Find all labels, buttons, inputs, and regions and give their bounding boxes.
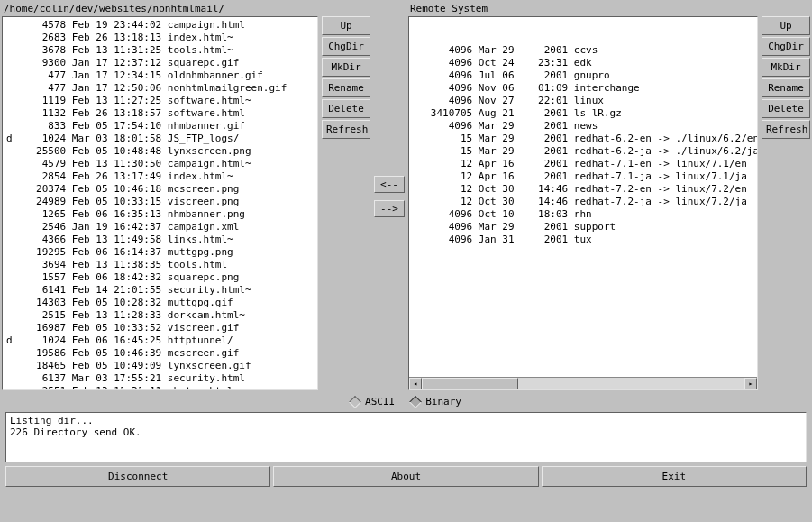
file-row[interactable]: 4579 Feb 13 11:30:50 campaign.html~ [6, 158, 314, 170]
local-rename-button[interactable]: Rename [322, 78, 370, 97]
file-row[interactable]: 477 Jan 17 12:50:06 nonhtmlmailgreen.gif [6, 82, 314, 95]
file-row[interactable]: 4096 Oct 10 18:03 rhn [413, 208, 753, 221]
file-row[interactable]: 2551 Feb 13 11:31:11 photos.html [6, 385, 314, 390]
transfer-left-button[interactable]: <-- [374, 176, 405, 193]
main-panels: /home/colin/dev/websites/nonhtmlmail/ 45… [0, 0, 812, 392]
file-row[interactable]: 833 Feb 05 17:54:10 nhmbanner.gif [6, 120, 314, 133]
file-row[interactable]: 3678 Feb 13 11:31:25 tools.html~ [6, 44, 314, 57]
remote-file-list[interactable]: 4096 Mar 29 2001 ccvs 4096 Oct 24 23:31 … [408, 16, 758, 390]
file-row[interactable]: 4096 Nov 27 22:01 linux [413, 95, 753, 107]
ascii-radio[interactable]: ASCII [351, 396, 395, 408]
file-row[interactable]: 477 Jan 17 12:34:15 oldnhmbanner.gif [6, 69, 314, 82]
file-row[interactable]: 15 Mar 29 2001 redhat-6.2-en -> ./linux/… [413, 133, 753, 145]
local-refresh-button[interactable]: Refresh [322, 120, 370, 139]
binary-label: Binary [425, 396, 461, 408]
about-button[interactable]: About [273, 466, 538, 487]
file-row[interactable]: 4096 Mar 29 2001 news [413, 120, 753, 133]
scroll-left-icon[interactable]: ◂ [409, 378, 422, 389]
file-row[interactable]: 14303 Feb 05 10:28:32 muttgpg.gif [6, 297, 314, 309]
file-row[interactable]: 15 Mar 29 2001 redhat-6.2-ja -> ./linux/… [413, 145, 753, 158]
local-side-buttons: Up ChgDir MkDir Rename Delete Refresh [322, 2, 370, 390]
remote-refresh-button[interactable]: Refresh [762, 120, 810, 139]
file-row[interactable]: 4096 Oct 24 23:31 edk [413, 57, 753, 69]
file-row[interactable]: 25500 Feb 05 10:48:48 lynxscreen.png [6, 145, 314, 158]
remote-delete-button[interactable]: Delete [762, 99, 810, 118]
file-row[interactable]: 1119 Feb 13 11:27:25 software.html~ [6, 95, 314, 107]
file-row[interactable]: 1132 Feb 26 13:18:57 software.html [6, 107, 314, 120]
file-row[interactable]: 12 Oct 30 14:46 redhat-7.2-ja -> linux/7… [413, 196, 753, 208]
file-row[interactable]: 1265 Feb 06 16:35:13 nhmbanner.png [6, 208, 314, 221]
file-row[interactable]: 4366 Feb 13 11:49:58 links.html~ [6, 234, 314, 246]
local-panel: /home/colin/dev/websites/nonhtmlmail/ 45… [2, 2, 318, 390]
file-row[interactable]: d 1024 Feb 06 16:45:25 httptunnel/ [6, 334, 314, 347]
file-row[interactable]: 12 Apr 16 2001 redhat-7.1-ja -> linux/7.… [413, 170, 753, 183]
file-row[interactable]: 18465 Feb 05 10:49:09 lynxscreen.gif [6, 360, 314, 372]
file-row[interactable]: 4578 Feb 19 23:44:02 campaign.html [6, 19, 314, 32]
file-row[interactable]: 20374 Feb 05 10:46:18 mcscreen.png [6, 183, 314, 196]
remote-up-button[interactable]: Up [762, 16, 810, 35]
remote-title-label: Remote System [408, 2, 758, 16]
file-row[interactable]: 4096 Nov 06 01:09 interchange [413, 82, 753, 95]
local-file-list[interactable]: 4578 Feb 19 23:44:02 campaign.html 2683 … [2, 16, 318, 390]
remote-panel: Remote System 4096 Mar 29 2001 ccvs 4096… [408, 2, 758, 390]
ascii-label: ASCII [365, 396, 395, 408]
binary-radio[interactable]: Binary [411, 396, 461, 408]
transfer-mode-row: ASCII Binary [0, 392, 812, 410]
file-row[interactable]: 2683 Feb 26 13:18:13 index.html~ [6, 32, 314, 44]
file-row[interactable]: 4096 Jul 06 2001 gnupro [413, 69, 753, 82]
exit-button[interactable]: Exit [542, 466, 807, 487]
scroll-thumb[interactable] [422, 378, 518, 389]
diamond-icon [409, 395, 422, 408]
file-row[interactable]: 6141 Feb 14 21:01:55 security.html~ [6, 284, 314, 297]
remote-hscrollbar[interactable]: ◂ ▸ [409, 377, 757, 389]
local-chgdir-button[interactable]: ChgDir [322, 37, 370, 56]
file-row[interactable]: 16987 Feb 05 10:33:52 viscreen.gif [6, 322, 314, 334]
bottom-button-row: Disconnect About Exit [5, 466, 807, 487]
transfer-buttons: <-- --> [374, 2, 405, 390]
file-row[interactable]: 1557 Feb 06 18:42:32 squarepc.png [6, 271, 314, 284]
file-row[interactable]: 4096 Jan 31 2001 tux [413, 234, 753, 246]
local-mkdir-button[interactable]: MkDir [322, 58, 370, 77]
file-row[interactable]: 9300 Jan 17 12:37:12 squarepc.gif [6, 57, 314, 69]
file-row[interactable]: 2515 Feb 13 11:28:33 dorkcam.html~ [6, 309, 314, 322]
file-row[interactable]: 19586 Feb 05 10:46:39 mcscreen.gif [6, 347, 314, 360]
local-up-button[interactable]: Up [322, 16, 370, 35]
file-row[interactable]: 12 Oct 30 14:46 redhat-7.2-en -> linux/7… [413, 183, 753, 196]
file-row[interactable]: 12 Apr 16 2001 redhat-7.1-en -> linux/7.… [413, 158, 753, 170]
transfer-right-button[interactable]: --> [374, 200, 405, 217]
diamond-icon [349, 395, 361, 408]
remote-rename-button[interactable]: Rename [762, 78, 810, 97]
file-row[interactable]: d 1024 Mar 03 18:01:58 JS_FTP_logs/ [6, 133, 314, 145]
file-row[interactable]: 4096 Mar 29 2001 ccvs [413, 44, 753, 57]
file-row[interactable]: 2854 Feb 26 13:17:49 index.html~ [6, 170, 314, 183]
file-row[interactable]: 6137 Mar 03 17:55:21 security.html [6, 372, 314, 385]
file-row[interactable]: 24989 Feb 05 10:33:15 viscreen.png [6, 196, 314, 208]
remote-side-buttons: Up ChgDir MkDir Rename Delete Refresh [762, 2, 810, 390]
file-row[interactable]: 4096 Mar 29 2001 support [413, 221, 753, 234]
log-output: Listing dir... 226 Directory send OK. [5, 412, 807, 462]
file-row[interactable]: 2546 Jan 19 16:42:37 campaign.xml [6, 221, 314, 234]
remote-mkdir-button[interactable]: MkDir [762, 58, 810, 77]
file-row[interactable]: 19295 Feb 06 16:14:37 muttgpg.png [6, 246, 314, 259]
disconnect-button[interactable]: Disconnect [5, 466, 270, 487]
file-row[interactable]: 3694 Feb 13 11:38:35 tools.html [6, 259, 314, 271]
local-delete-button[interactable]: Delete [322, 99, 370, 118]
scroll-right-icon[interactable]: ▸ [744, 378, 757, 389]
file-row[interactable]: 3410705 Aug 21 2001 ls-lR.gz [413, 107, 753, 120]
remote-chgdir-button[interactable]: ChgDir [762, 37, 810, 56]
scroll-track[interactable] [422, 378, 744, 389]
local-path-label: /home/colin/dev/websites/nonhtmlmail/ [2, 2, 318, 16]
